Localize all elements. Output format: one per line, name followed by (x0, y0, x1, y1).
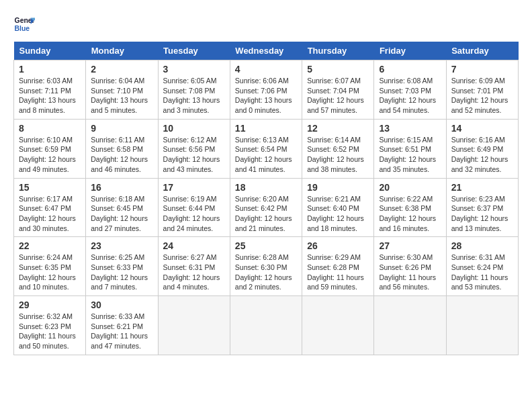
day-number: 15 (19, 182, 81, 193)
day-detail: Sunrise: 6:17 AMSunset: 6:47 PMDaylight:… (19, 195, 76, 232)
day-number: 10 (163, 123, 225, 134)
day-number: 16 (91, 182, 152, 193)
day-number: 26 (307, 240, 369, 251)
calendar-day-cell: 6 Sunrise: 6:08 AMSunset: 7:03 PMDayligh… (374, 60, 446, 120)
day-detail: Sunrise: 6:32 AMSunset: 6:23 PMDaylight:… (19, 312, 76, 350)
day-number: 17 (163, 182, 225, 193)
day-detail: Sunrise: 6:14 AMSunset: 6:52 PMDaylight:… (307, 136, 364, 173)
day-number: 27 (379, 240, 441, 251)
day-detail: Sunrise: 6:16 AMSunset: 6:49 PMDaylight:… (451, 136, 508, 173)
calendar-day-cell: 20 Sunrise: 6:22 AMSunset: 6:38 PMDaylig… (374, 178, 446, 237)
day-number: 13 (379, 123, 441, 134)
calendar-day-cell: 15 Sunrise: 6:17 AMSunset: 6:47 PMDaylig… (14, 178, 86, 237)
day-detail: Sunrise: 6:31 AMSunset: 6:24 PMDaylight:… (451, 253, 508, 291)
calendar-day-cell: 11 Sunrise: 6:13 AMSunset: 6:54 PMDaylig… (230, 119, 302, 178)
calendar-day-cell: 9 Sunrise: 6:11 AMSunset: 6:58 PMDayligh… (86, 119, 158, 178)
calendar-day-cell: 17 Sunrise: 6:19 AMSunset: 6:44 PMDaylig… (158, 178, 230, 237)
calendar-week-row: 1 Sunrise: 6:03 AMSunset: 7:11 PMDayligh… (14, 60, 519, 120)
page-header: General Blue (13, 13, 519, 35)
weekday-header-saturday: Saturday (446, 42, 518, 60)
day-number: 3 (163, 64, 225, 75)
calendar-week-row: 15 Sunrise: 6:17 AMSunset: 6:47 PMDaylig… (14, 178, 519, 237)
day-detail: Sunrise: 6:04 AMSunset: 7:10 PMDaylight:… (91, 77, 148, 114)
day-number: 25 (235, 240, 297, 251)
day-detail: Sunrise: 6:24 AMSunset: 6:35 PMDaylight:… (19, 253, 76, 291)
calendar-day-cell: 13 Sunrise: 6:15 AMSunset: 6:51 PMDaylig… (374, 119, 446, 178)
calendar-table: SundayMondayTuesdayWednesdayThursdayFrid… (13, 42, 519, 355)
day-detail: Sunrise: 6:20 AMSunset: 6:42 PMDaylight:… (235, 195, 292, 232)
calendar-day-cell (302, 296, 374, 355)
weekday-header-thursday: Thursday (302, 42, 374, 60)
day-detail: Sunrise: 6:08 AMSunset: 7:03 PMDaylight:… (379, 77, 436, 114)
calendar-day-cell: 19 Sunrise: 6:21 AMSunset: 6:40 PMDaylig… (302, 178, 374, 237)
day-number: 2 (91, 64, 152, 75)
weekday-header-wednesday: Wednesday (230, 42, 302, 60)
calendar-day-cell: 29 Sunrise: 6:32 AMSunset: 6:23 PMDaylig… (14, 296, 86, 355)
calendar-day-cell: 14 Sunrise: 6:16 AMSunset: 6:49 PMDaylig… (446, 119, 518, 178)
calendar-day-cell: 4 Sunrise: 6:06 AMSunset: 7:06 PMDayligh… (230, 60, 302, 120)
calendar-day-cell (158, 296, 230, 355)
weekday-header-friday: Friday (374, 42, 446, 60)
calendar-day-cell: 2 Sunrise: 6:04 AMSunset: 7:10 PMDayligh… (86, 60, 158, 120)
calendar-day-cell: 1 Sunrise: 6:03 AMSunset: 7:11 PMDayligh… (14, 60, 86, 120)
day-detail: Sunrise: 6:30 AMSunset: 6:26 PMDaylight:… (379, 253, 436, 291)
calendar-day-cell: 22 Sunrise: 6:24 AMSunset: 6:35 PMDaylig… (14, 237, 86, 296)
day-detail: Sunrise: 6:23 AMSunset: 6:37 PMDaylight:… (451, 195, 508, 232)
day-number: 18 (235, 182, 297, 193)
day-detail: Sunrise: 6:10 AMSunset: 6:59 PMDaylight:… (19, 136, 76, 173)
day-number: 21 (451, 182, 513, 193)
day-detail: Sunrise: 6:15 AMSunset: 6:51 PMDaylight:… (379, 136, 436, 173)
svg-text:Blue: Blue (15, 25, 30, 32)
day-number: 29 (19, 300, 81, 310)
calendar-day-cell: 18 Sunrise: 6:20 AMSunset: 6:42 PMDaylig… (230, 178, 302, 237)
calendar-day-cell: 21 Sunrise: 6:23 AMSunset: 6:37 PMDaylig… (446, 178, 518, 237)
day-detail: Sunrise: 6:09 AMSunset: 7:01 PMDaylight:… (451, 77, 508, 114)
day-number: 4 (235, 64, 297, 75)
calendar-day-cell (230, 296, 302, 355)
day-number: 30 (91, 300, 152, 310)
day-number: 28 (451, 240, 513, 251)
day-number: 11 (235, 123, 297, 134)
day-detail: Sunrise: 6:27 AMSunset: 6:31 PMDaylight:… (163, 253, 220, 291)
calendar-day-cell: 30 Sunrise: 6:33 AMSunset: 6:21 PMDaylig… (86, 296, 158, 355)
calendar-day-cell: 12 Sunrise: 6:14 AMSunset: 6:52 PMDaylig… (302, 119, 374, 178)
day-detail: Sunrise: 6:21 AMSunset: 6:40 PMDaylight:… (307, 195, 364, 232)
day-number: 8 (19, 123, 81, 134)
weekday-header-monday: Monday (86, 42, 158, 60)
calendar-day-cell (446, 296, 518, 355)
day-detail: Sunrise: 6:28 AMSunset: 6:30 PMDaylight:… (235, 253, 292, 291)
calendar-day-cell: 24 Sunrise: 6:27 AMSunset: 6:31 PMDaylig… (158, 237, 230, 296)
calendar-day-cell: 23 Sunrise: 6:25 AMSunset: 6:33 PMDaylig… (86, 237, 158, 296)
day-detail: Sunrise: 6:12 AMSunset: 6:56 PMDaylight:… (163, 136, 220, 173)
calendar-week-row: 8 Sunrise: 6:10 AMSunset: 6:59 PMDayligh… (14, 119, 519, 178)
calendar-day-cell: 3 Sunrise: 6:05 AMSunset: 7:08 PMDayligh… (158, 60, 230, 120)
day-detail: Sunrise: 6:07 AMSunset: 7:04 PMDaylight:… (307, 77, 364, 114)
calendar-day-cell: 26 Sunrise: 6:29 AMSunset: 6:28 PMDaylig… (302, 237, 374, 296)
day-number: 7 (451, 64, 513, 75)
calendar-day-cell: 8 Sunrise: 6:10 AMSunset: 6:59 PMDayligh… (14, 119, 86, 178)
day-number: 14 (451, 123, 513, 134)
day-number: 24 (163, 240, 225, 251)
calendar-day-cell: 27 Sunrise: 6:30 AMSunset: 6:26 PMDaylig… (374, 237, 446, 296)
day-detail: Sunrise: 6:13 AMSunset: 6:54 PMDaylight:… (235, 136, 292, 173)
day-number: 12 (307, 123, 369, 134)
day-detail: Sunrise: 6:03 AMSunset: 7:11 PMDaylight:… (19, 77, 76, 114)
day-detail: Sunrise: 6:29 AMSunset: 6:28 PMDaylight:… (307, 253, 364, 291)
day-detail: Sunrise: 6:05 AMSunset: 7:08 PMDaylight:… (163, 77, 220, 114)
day-number: 22 (19, 240, 81, 251)
calendar-day-cell (374, 296, 446, 355)
calendar-day-cell: 7 Sunrise: 6:09 AMSunset: 7:01 PMDayligh… (446, 60, 518, 120)
day-detail: Sunrise: 6:06 AMSunset: 7:06 PMDaylight:… (235, 77, 292, 114)
calendar-day-cell: 25 Sunrise: 6:28 AMSunset: 6:30 PMDaylig… (230, 237, 302, 296)
weekday-header-tuesday: Tuesday (158, 42, 230, 60)
calendar-day-cell: 28 Sunrise: 6:31 AMSunset: 6:24 PMDaylig… (446, 237, 518, 296)
logo: General Blue (13, 13, 38, 35)
day-number: 19 (307, 182, 369, 193)
weekday-header-sunday: Sunday (14, 42, 86, 60)
day-number: 23 (91, 240, 152, 251)
day-detail: Sunrise: 6:19 AMSunset: 6:44 PMDaylight:… (163, 195, 220, 232)
day-detail: Sunrise: 6:33 AMSunset: 6:21 PMDaylight:… (91, 312, 148, 350)
calendar-week-row: 29 Sunrise: 6:32 AMSunset: 6:23 PMDaylig… (14, 296, 519, 355)
day-number: 6 (379, 64, 441, 75)
day-detail: Sunrise: 6:11 AMSunset: 6:58 PMDaylight:… (91, 136, 148, 173)
